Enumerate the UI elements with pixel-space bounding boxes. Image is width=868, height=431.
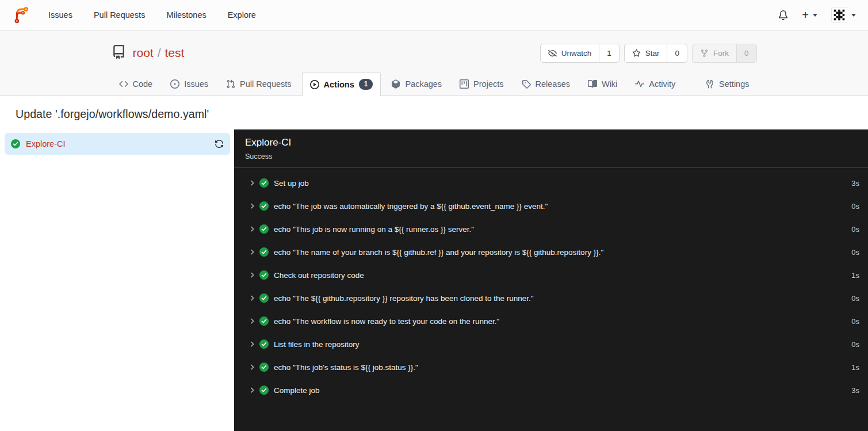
main-nav: Issues Pull Requests Milestones Explore xyxy=(48,10,256,20)
job-name: Explore-CI xyxy=(26,139,66,148)
star-label: Star xyxy=(645,49,660,58)
success-check-icon xyxy=(259,363,269,372)
chevron-down-icon xyxy=(851,14,856,17)
user-menu[interactable] xyxy=(831,7,856,23)
chevron-right-icon xyxy=(248,294,256,302)
success-check-icon xyxy=(259,270,269,280)
repo-separator: / xyxy=(158,46,161,60)
step-name: Set up job xyxy=(274,179,309,188)
tab-releases[interactable]: Releases xyxy=(514,72,578,96)
repo-title-row: root / test Unwatch 1 Star 0 xyxy=(112,30,757,72)
chevron-right-icon xyxy=(248,202,256,210)
success-check-icon xyxy=(259,247,269,257)
fork-button-group: Fork 0 xyxy=(692,44,757,63)
chevron-right-icon xyxy=(248,317,256,325)
chevron-right-icon xyxy=(248,271,256,279)
step-name: echo "The workflow is now ready to test … xyxy=(274,317,499,326)
play-circle-icon xyxy=(310,80,319,89)
tab-projects[interactable]: Projects xyxy=(452,72,511,96)
step-row[interactable]: echo "The ${{ github.repository }} repos… xyxy=(234,287,868,310)
unwatch-button[interactable]: Unwatch xyxy=(541,44,599,62)
sync-icon xyxy=(215,139,224,148)
step-name: echo "The ${{ github.repository }} repos… xyxy=(274,294,534,303)
step-duration: 0s xyxy=(851,317,859,326)
step-duration: 3s xyxy=(851,386,859,395)
step-name: Check out repository code xyxy=(274,271,364,280)
nav-item-explore[interactable]: Explore xyxy=(228,10,256,20)
success-check-icon xyxy=(259,316,269,326)
step-row[interactable]: List files in the repository 0s xyxy=(234,333,868,356)
nav-item-pull-requests[interactable]: Pull Requests xyxy=(94,10,145,20)
step-row[interactable]: echo "This job is now running on a ${{ r… xyxy=(234,218,868,241)
job-list-item[interactable]: Explore-CI xyxy=(5,133,230,155)
stars-count[interactable]: 0 xyxy=(667,44,687,62)
step-name: echo "This job's status is ${{ job.statu… xyxy=(274,363,418,372)
chevron-down-icon xyxy=(813,14,817,17)
step-duration: 0s xyxy=(851,202,859,211)
package-icon xyxy=(391,79,400,89)
tag-icon xyxy=(522,79,531,89)
tab-activity[interactable]: Activity xyxy=(628,72,683,96)
success-check-icon xyxy=(259,224,269,234)
step-duration: 0s xyxy=(851,294,859,303)
chevron-right-icon xyxy=(248,248,256,256)
repo-icon xyxy=(112,45,126,62)
star-icon xyxy=(632,49,641,58)
tab-code[interactable]: Code xyxy=(112,72,160,96)
job-panel-header: Explore-CI Success xyxy=(234,129,868,168)
tab-issues[interactable]: Issues xyxy=(163,72,216,96)
job-title: Explore-CI xyxy=(245,137,857,148)
step-row[interactable]: echo "The job was automatically triggere… xyxy=(234,194,868,218)
success-check-icon xyxy=(11,139,20,148)
step-name: Complete job xyxy=(274,386,320,395)
fork-button: Fork xyxy=(693,44,736,62)
tab-actions[interactable]: Actions1 xyxy=(302,72,381,96)
success-check-icon xyxy=(259,386,269,395)
success-check-icon xyxy=(259,293,269,303)
step-duration: 1s xyxy=(851,363,859,372)
step-row[interactable]: echo "The workflow is now ready to test … xyxy=(234,310,868,333)
star-button-group: Star 0 xyxy=(624,44,687,63)
actions-count-badge: 1 xyxy=(359,79,373,89)
watchers-count[interactable]: 1 xyxy=(599,44,619,62)
repo-tabs-bar: Code Issues Pull Requests Actions1 Packa… xyxy=(0,72,868,96)
forks-count[interactable]: 0 xyxy=(736,44,756,62)
issue-icon xyxy=(170,79,179,89)
tab-pull-requests[interactable]: Pull Requests xyxy=(219,72,299,96)
success-check-icon xyxy=(259,178,269,188)
actions-run-page: Update '.forgejo/workflows/demo.yaml' Ex… xyxy=(0,96,868,431)
tab-packages[interactable]: Packages xyxy=(384,72,449,96)
unwatch-label: Unwatch xyxy=(561,49,592,58)
repo-name-link[interactable]: test xyxy=(165,46,185,60)
star-button[interactable]: Star xyxy=(625,44,667,62)
rerun-job-button[interactable] xyxy=(215,139,224,148)
pull-request-icon xyxy=(226,79,235,89)
step-row[interactable]: Complete job 3s xyxy=(234,379,868,402)
step-row[interactable]: echo "The name of your branch is ${{ git… xyxy=(234,241,868,264)
repo-owner-link[interactable]: root xyxy=(133,46,154,60)
job-log-panel: Explore-CI Success Set up job 3s echo "T… xyxy=(234,129,868,431)
success-check-icon xyxy=(259,201,269,211)
page-title: Update '.forgejo/workflows/demo.yaml' xyxy=(0,96,868,129)
repo-action-buttons: Unwatch 1 Star 0 Fork 0 xyxy=(540,44,757,63)
step-name: echo "This job is now running on a ${{ r… xyxy=(274,225,474,234)
nav-item-issues[interactable]: Issues xyxy=(48,10,72,20)
tab-wiki[interactable]: Wiki xyxy=(580,72,625,96)
chevron-right-icon xyxy=(248,179,256,187)
step-row[interactable]: echo "This job's status is ${{ job.statu… xyxy=(234,356,868,379)
create-new-menu[interactable]: + xyxy=(802,9,817,22)
chevron-right-icon xyxy=(248,340,256,348)
eye-off-icon xyxy=(548,49,557,58)
jobs-sidebar: Explore-CI xyxy=(0,129,234,431)
tab-settings[interactable]: Settings xyxy=(698,72,756,96)
step-row[interactable]: Set up job 3s xyxy=(234,171,868,194)
chevron-right-icon xyxy=(248,386,256,394)
notifications-button[interactable] xyxy=(778,10,788,20)
nav-item-milestones[interactable]: Milestones xyxy=(166,10,206,20)
step-row[interactable]: Check out repository code 1s xyxy=(234,264,868,287)
chevron-right-icon xyxy=(248,225,256,233)
forgejo-logo[interactable] xyxy=(12,6,29,24)
watch-button-group: Unwatch 1 xyxy=(540,44,620,63)
navbar-right: + xyxy=(778,7,856,23)
avatar xyxy=(831,7,847,23)
